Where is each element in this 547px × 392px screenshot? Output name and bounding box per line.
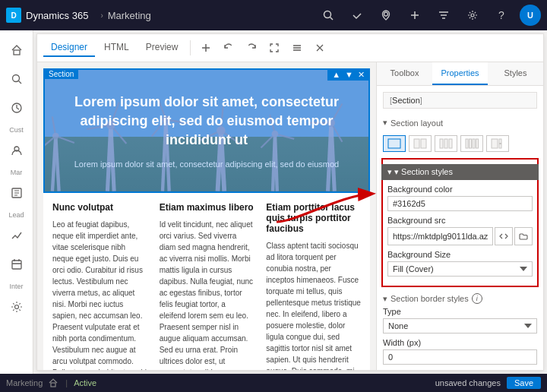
nav-section: Marketing <box>108 10 151 21</box>
app-name: Dynamics 365 <box>26 10 88 21</box>
checkmark-icon[interactable] <box>346 5 368 26</box>
settings-icon[interactable] <box>462 5 483 26</box>
svg-point-0 <box>324 11 331 18</box>
location-icon[interactable] <box>375 5 397 26</box>
top-nav: D Dynamics 365 › Marketing ? U <box>0 0 547 30</box>
nav-icons: ? U <box>318 5 541 26</box>
logo-icon: D <box>6 8 21 23</box>
add-nav-icon[interactable] <box>404 5 425 26</box>
svg-point-2 <box>384 12 388 16</box>
search-nav-icon[interactable] <box>318 5 339 26</box>
nav-chevron: › <box>100 11 103 20</box>
svg-point-5 <box>471 14 474 17</box>
app-logo[interactable]: D Dynamics 365 <box>6 8 88 23</box>
user-profile[interactable]: U <box>520 5 541 26</box>
filter-icon[interactable] <box>433 5 454 26</box>
help-icon[interactable]: ? <box>491 5 512 26</box>
svg-line-1 <box>330 17 334 21</box>
